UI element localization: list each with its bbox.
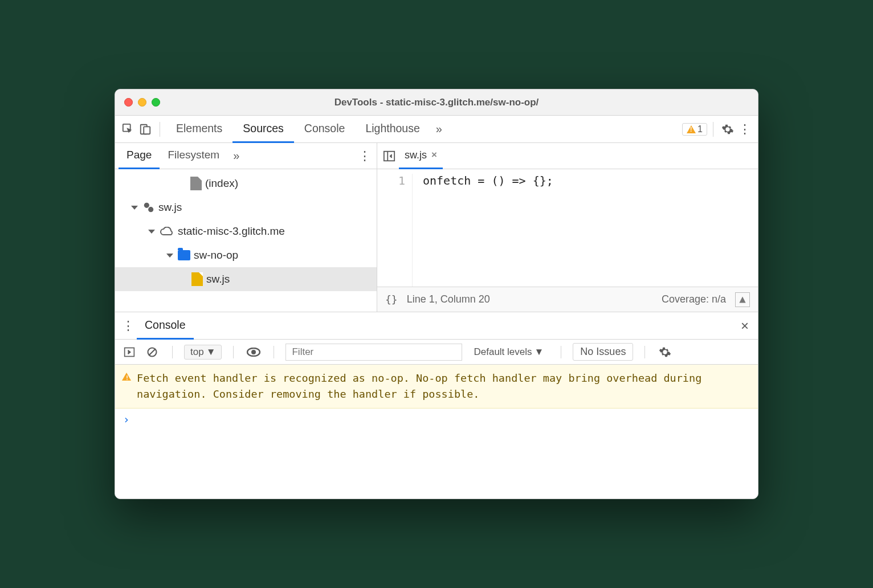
- editor-tab-swjs[interactable]: sw.js ×: [399, 143, 443, 169]
- navigator-tabs: Page Filesystem » ⋮: [115, 143, 377, 169]
- coverage-label: Coverage: n/a: [662, 293, 726, 305]
- close-tab-icon[interactable]: ×: [431, 149, 437, 161]
- warning-icon: [687, 125, 696, 133]
- toggle-navigator-icon[interactable]: [381, 148, 398, 165]
- drawer-kebab-icon[interactable]: ⋮: [120, 317, 137, 334]
- tree-label: sw.js: [158, 201, 182, 214]
- folder-icon: [178, 250, 190, 260]
- divider: [233, 346, 234, 358]
- tree-item-file[interactable]: sw.js: [115, 267, 377, 291]
- tab-sources[interactable]: Sources: [232, 116, 294, 143]
- document-icon: [190, 177, 202, 190]
- divider: [274, 346, 274, 358]
- svg-point-3: [144, 203, 149, 208]
- tab-lighthouse[interactable]: Lighthouse: [355, 116, 430, 143]
- divider: [644, 346, 645, 358]
- warnings-badge[interactable]: 1: [682, 123, 707, 136]
- more-tabs-icon[interactable]: »: [430, 122, 448, 136]
- main-toolbar: Elements Sources Console Lighthouse » 1 …: [115, 116, 758, 143]
- console-prompt[interactable]: ›: [115, 409, 758, 430]
- code-content: onfetch = () => {};: [413, 174, 553, 287]
- navigator-pane: Page Filesystem » ⋮ (index) sw.js: [115, 143, 377, 312]
- settings-icon[interactable]: [719, 121, 736, 138]
- console-drawer: ⋮ Console × top ▼ Default lev: [115, 312, 758, 499]
- tree-item-folder[interactable]: sw-no-op: [115, 243, 377, 267]
- filter-input[interactable]: [285, 344, 462, 361]
- drawer-tab-bar: ⋮ Console ×: [115, 312, 758, 340]
- navigator-tab-filesystem[interactable]: Filesystem: [160, 143, 227, 169]
- minimize-window-button[interactable]: [138, 98, 146, 107]
- tree-label: sw-no-op: [194, 249, 238, 262]
- devtools-window: DevTools - static-misc-3.glitch.me/sw-no…: [115, 89, 758, 499]
- window-title: DevTools - static-misc-3.glitch.me/sw-no…: [115, 97, 758, 108]
- maximize-window-button[interactable]: [152, 98, 160, 107]
- svg-point-4: [148, 207, 153, 212]
- navigator-kebab-icon[interactable]: ⋮: [356, 148, 373, 165]
- chevron-down-icon: [131, 206, 138, 210]
- code-editor[interactable]: 1 onfetch = () => {};: [377, 169, 758, 287]
- editor-pane: sw.js × 1 onfetch = () => {}; {} Line 1,…: [377, 143, 758, 312]
- tree-item-domain[interactable]: static-misc-3.glitch.me: [115, 219, 377, 243]
- close-drawer-icon[interactable]: ×: [736, 317, 753, 334]
- console-toolbar: top ▼ Default levels ▼ No Issues: [115, 340, 758, 365]
- chevron-down-icon: ▼: [206, 346, 216, 358]
- line-number: 1: [377, 174, 405, 187]
- chevron-down-icon: ▼: [535, 346, 544, 358]
- editor-status-bar: {} Line 1, Column 20 Coverage: n/a: [377, 287, 758, 312]
- issues-button[interactable]: No Issues: [573, 343, 633, 361]
- tree-label: static-misc-3.glitch.me: [178, 225, 285, 238]
- console-settings-icon[interactable]: [656, 344, 674, 361]
- navigator-tab-page[interactable]: Page: [119, 143, 160, 169]
- divider: [172, 346, 173, 358]
- file-tree: (index) sw.js static-misc-3.glitch.me sw…: [115, 169, 377, 312]
- drawer-tab-console[interactable]: Console: [137, 312, 194, 340]
- sources-panel: Page Filesystem » ⋮ (index) sw.js: [115, 143, 758, 312]
- divider: [561, 346, 561, 358]
- context-label: top: [190, 346, 204, 358]
- tree-label: (index): [205, 177, 238, 190]
- device-toolbar-icon[interactable]: [137, 121, 154, 138]
- tree-label: sw.js: [206, 273, 230, 285]
- levels-label: Default levels: [474, 346, 532, 358]
- toggle-sidebar-icon[interactable]: [121, 344, 138, 361]
- tree-item-worker[interactable]: sw.js: [115, 195, 377, 219]
- editor-tab-bar: sw.js ×: [377, 143, 758, 169]
- tree-item-index[interactable]: (index): [115, 172, 377, 195]
- line-gutter: 1: [377, 174, 413, 287]
- divider: [160, 122, 160, 137]
- warning-icon: [122, 373, 131, 381]
- chevron-down-icon: [148, 230, 155, 234]
- prompt-chevron-icon: ›: [123, 413, 129, 426]
- gears-icon: [142, 201, 155, 214]
- clear-console-icon[interactable]: [144, 344, 161, 361]
- divider: [713, 122, 713, 137]
- svg-line-9: [149, 349, 156, 356]
- live-expression-icon[interactable]: [245, 344, 262, 361]
- context-selector[interactable]: top ▼: [184, 345, 222, 360]
- code-line: onfetch = () => {};: [423, 174, 553, 187]
- pretty-print-button[interactable]: {}: [385, 293, 398, 305]
- cursor-position: Line 1, Column 20: [407, 293, 490, 305]
- console-warning-message[interactable]: Fetch event handler is recognized as no-…: [115, 365, 758, 409]
- warning-text: Fetch event handler is recognized as no-…: [137, 370, 751, 402]
- close-window-button[interactable]: [124, 98, 133, 107]
- tab-elements[interactable]: Elements: [166, 116, 232, 143]
- cloud-icon: [160, 227, 174, 236]
- svg-point-11: [251, 350, 256, 354]
- show-debugger-icon[interactable]: [735, 292, 750, 307]
- chevron-down-icon: [166, 254, 173, 258]
- inspect-element-icon[interactable]: [120, 121, 137, 138]
- title-bar: DevTools - static-misc-3.glitch.me/sw-no…: [115, 89, 758, 116]
- svg-rect-2: [144, 126, 150, 134]
- warning-count: 1: [697, 124, 703, 134]
- js-file-icon: [191, 272, 203, 286]
- kebab-menu-icon[interactable]: ⋮: [736, 121, 753, 138]
- navigator-more-icon[interactable]: »: [227, 149, 245, 162]
- tab-console[interactable]: Console: [294, 116, 356, 143]
- window-controls: [124, 98, 160, 107]
- editor-tab-label: sw.js: [405, 149, 427, 161]
- log-levels-selector[interactable]: Default levels ▼: [468, 345, 549, 359]
- svg-rect-5: [384, 151, 394, 161]
